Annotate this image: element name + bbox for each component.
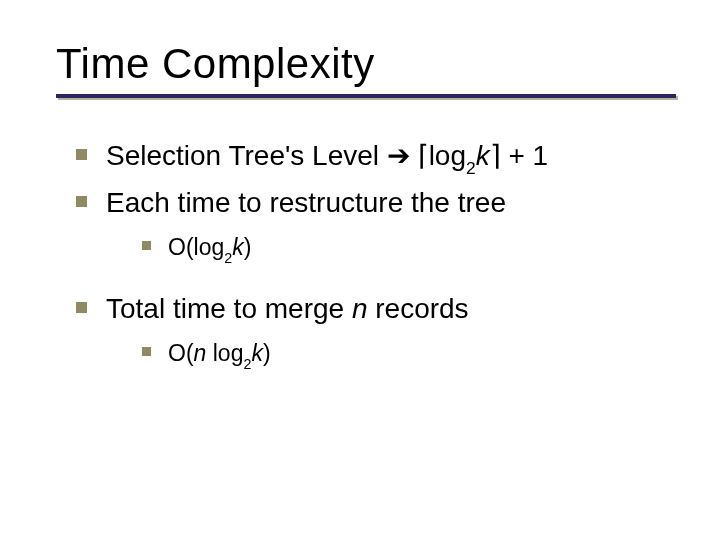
ceil-open: ⌈: [418, 140, 429, 171]
b3s-n: n: [194, 340, 207, 366]
underline-bar: [56, 94, 676, 98]
bullet-3: Total time to merge n records O(n log2k): [76, 289, 680, 373]
ceil-close: ⌉: [490, 140, 501, 171]
bullet-1: Selection Tree's Level ➔ ⌈log2k⌉ + 1: [76, 136, 680, 179]
bullet-list: Selection Tree's Level ➔ ⌈log2k⌉ + 1 Eac…: [56, 136, 680, 372]
b3-suffix: records: [367, 293, 468, 324]
b3s-prefix: O(: [168, 340, 194, 366]
b1-log: log: [429, 140, 466, 171]
b3s-base: 2: [243, 356, 251, 372]
bullet-2-sublist: O(log2k): [106, 231, 680, 266]
title-block: Time Complexity: [56, 40, 680, 102]
slide: Time Complexity Selection Tree's Level ➔…: [0, 0, 720, 540]
b3-prefix: Total time to merge: [106, 293, 352, 324]
b2-text: Each time to restructure the tree: [106, 187, 506, 218]
b1-k: k: [476, 140, 490, 171]
b3-n: n: [352, 293, 368, 324]
b1-suffix: + 1: [501, 140, 548, 171]
b2s-prefix: O(log: [168, 234, 224, 260]
b2s-base: 2: [224, 250, 232, 266]
slide-title: Time Complexity: [56, 40, 680, 88]
bullet-2: Each time to restructure the tree O(log2…: [76, 183, 680, 267]
b3s-suffix: ): [263, 340, 271, 366]
b1-base: 2: [466, 158, 476, 178]
b3s-k: k: [251, 340, 263, 366]
b2s-suffix: ): [244, 234, 252, 260]
bullet-2-sub: O(log2k): [142, 231, 680, 266]
bullet-1-text: Selection Tree's Level ➔ ⌈log2k⌉ + 1: [106, 140, 548, 171]
arrow-icon: ➔: [387, 140, 410, 171]
b1-prefix: Selection Tree's Level: [106, 140, 387, 171]
bullet-3-sub: O(n log2k): [142, 337, 680, 372]
b2s-k: k: [232, 234, 244, 260]
b3s-mid: log: [206, 340, 243, 366]
title-underline: [56, 94, 676, 102]
bullet-3-sublist: O(n log2k): [106, 337, 680, 372]
slide-body: Selection Tree's Level ➔ ⌈log2k⌉ + 1 Eac…: [56, 136, 680, 372]
